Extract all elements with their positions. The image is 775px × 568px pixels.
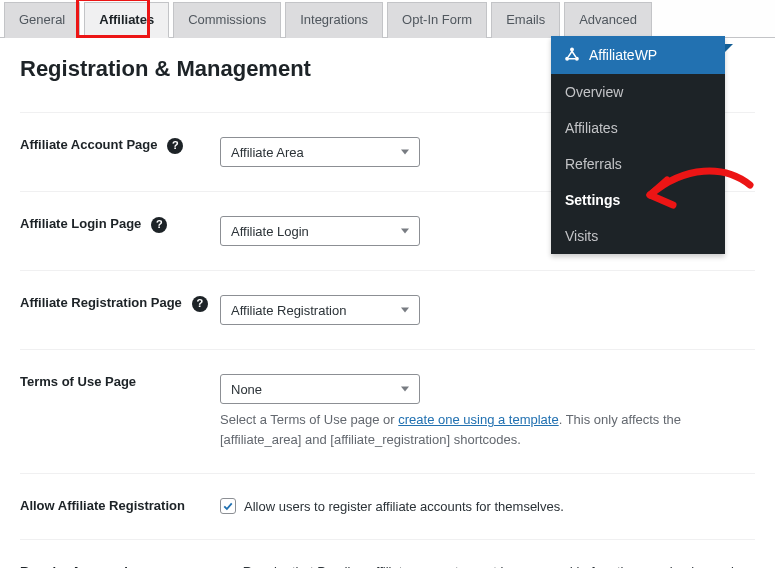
checkbox-label: Allow users to register affiliate accoun… [244, 499, 564, 514]
svg-point-1 [565, 57, 569, 61]
tab-affiliates[interactable]: Affiliates [84, 2, 169, 38]
label-allow-registration: Allow Affiliate Registration [20, 498, 185, 515]
row-terms-page: Terms of Use Page None Select a Terms of… [20, 349, 755, 473]
label-require-approval: Require Approval [20, 564, 128, 568]
submenu-title: AffiliateWP [589, 47, 657, 63]
tab-optin-form[interactable]: Opt-In Form [387, 2, 487, 38]
row-registration-page: Affiliate Registration Page ? Affiliate … [20, 270, 755, 349]
select-registration-page[interactable]: Affiliate Registration [220, 295, 420, 325]
help-icon[interactable]: ? [167, 138, 183, 154]
select-value: None [231, 382, 262, 397]
select-value: Affiliate Login [231, 224, 309, 239]
select-login-page[interactable]: Affiliate Login [220, 216, 420, 246]
help-icon[interactable]: ? [192, 296, 208, 312]
tab-commissions[interactable]: Commissions [173, 2, 281, 38]
create-template-link[interactable]: create one using a template [398, 412, 558, 427]
terms-description: Select a Terms of Use page or create one… [220, 410, 755, 449]
settings-tabs: General Affiliates Commissions Integrati… [0, 0, 775, 38]
submenu-settings[interactable]: Settings [551, 182, 725, 218]
svg-point-0 [570, 47, 574, 51]
checkbox-label: Require that Pending affiliate accounts … [243, 564, 755, 568]
tab-integrations[interactable]: Integrations [285, 2, 383, 38]
tab-general[interactable]: General [4, 2, 80, 38]
select-account-page[interactable]: Affiliate Area [220, 137, 420, 167]
label-account-page: Affiliate Account Page [20, 137, 157, 154]
select-value: Affiliate Area [231, 145, 304, 160]
affiliatewp-icon [563, 46, 581, 64]
svg-point-2 [575, 57, 579, 61]
tab-emails[interactable]: Emails [491, 2, 560, 38]
label-registration-page: Affiliate Registration Page [20, 295, 182, 312]
submenu-overview[interactable]: Overview [551, 74, 725, 110]
submenu-header[interactable]: AffiliateWP [551, 36, 725, 74]
submenu-visits[interactable]: Visits [551, 218, 725, 254]
label-login-page: Affiliate Login Page [20, 216, 141, 233]
submenu-affiliates[interactable]: Affiliates [551, 110, 725, 146]
row-require-approval: Require Approval Require that Pending af… [20, 539, 755, 568]
label-terms-page: Terms of Use Page [20, 374, 136, 391]
check-icon [220, 498, 236, 514]
tab-advanced[interactable]: Advanced [564, 2, 652, 38]
help-icon[interactable]: ? [151, 217, 167, 233]
select-terms-page[interactable]: None [220, 374, 420, 404]
select-value: Affiliate Registration [231, 303, 346, 318]
submenu-referrals[interactable]: Referrals [551, 146, 725, 182]
affiliatewp-submenu: AffiliateWP Overview Affiliates Referral… [551, 36, 725, 254]
checkbox-allow-registration[interactable]: Allow users to register affiliate accoun… [220, 498, 755, 514]
checkbox-require-approval[interactable]: Require that Pending affiliate accounts … [220, 564, 755, 568]
row-allow-registration: Allow Affiliate Registration Allow users… [20, 473, 755, 539]
